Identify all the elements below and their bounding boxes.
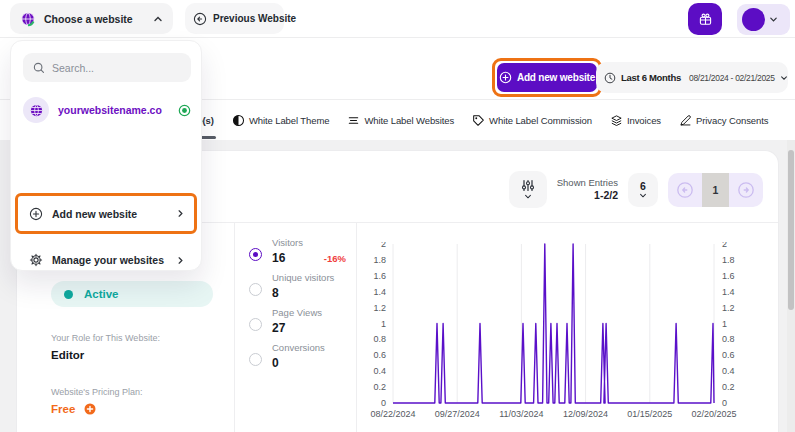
pen-icon bbox=[679, 114, 692, 127]
svg-text:1.4: 1.4 bbox=[722, 287, 735, 297]
metric-value: 8 bbox=[272, 286, 334, 300]
filter-button[interactable] bbox=[509, 171, 547, 208]
svg-text:1.4: 1.4 bbox=[373, 287, 386, 297]
svg-text:11/03/2024: 11/03/2024 bbox=[499, 409, 543, 419]
manage-label: Manage your websites bbox=[52, 254, 167, 266]
prev-page-button[interactable] bbox=[668, 173, 702, 207]
website-list-item[interactable]: yourwebsitename.co bbox=[23, 92, 191, 128]
metric-conversions[interactable]: Conversions 0 bbox=[249, 342, 348, 370]
radio-icon[interactable] bbox=[249, 283, 262, 296]
chevron-right-icon bbox=[176, 256, 185, 265]
tab-white-label-theme[interactable]: White Label Theme bbox=[232, 114, 330, 127]
svg-text:1.8: 1.8 bbox=[722, 255, 735, 265]
vertical-scrollbar[interactable] bbox=[787, 140, 795, 432]
next-page-button[interactable] bbox=[729, 173, 763, 207]
date-range-value: 08/21/2024 - 02/21/2025 bbox=[689, 73, 775, 83]
chevron-down-icon bbox=[639, 193, 647, 199]
tab-white-label-websites[interactable]: White Label Websites bbox=[347, 114, 454, 127]
svg-text:08/22/2024: 08/22/2024 bbox=[370, 409, 415, 419]
radio-icon[interactable] bbox=[249, 353, 262, 366]
svg-text:0: 0 bbox=[381, 398, 386, 408]
svg-text:0.4: 0.4 bbox=[373, 366, 386, 376]
list-icon bbox=[347, 114, 360, 127]
metric-page-views[interactable]: Page Views 27 bbox=[249, 307, 348, 335]
visitors-chart-panel: 08/22/202409/27/202411/03/202412/09/2024… bbox=[357, 223, 778, 432]
site-name: yourwebsitename.co bbox=[58, 104, 169, 116]
gift-button[interactable] bbox=[688, 3, 722, 35]
dropdown-add-new-website[interactable]: Add new website bbox=[15, 193, 197, 234]
tab-label: Privacy Consents bbox=[696, 115, 768, 126]
user-menu[interactable] bbox=[737, 4, 790, 35]
chevron-down-icon bbox=[524, 194, 532, 200]
status-badge: Active bbox=[51, 281, 213, 307]
tab-invoices[interactable]: Invoices bbox=[610, 114, 661, 127]
list-controls: Shown Entries 1-2/2 6 1 bbox=[509, 171, 763, 208]
svg-text:12/09/2024: 12/09/2024 bbox=[563, 409, 608, 419]
chevron-down-icon bbox=[769, 15, 778, 24]
metric-label: Page Views bbox=[272, 307, 322, 318]
search-icon bbox=[33, 62, 45, 74]
status-dot-icon bbox=[64, 290, 73, 299]
add-new-label: Add new website bbox=[52, 208, 167, 220]
metric-value: 27 bbox=[272, 321, 322, 335]
svg-text:0.6: 0.6 bbox=[373, 350, 386, 360]
metric-label: Visitors bbox=[272, 237, 303, 248]
search-input[interactable] bbox=[52, 62, 172, 74]
previous-website-button[interactable]: Previous Website bbox=[185, 3, 284, 34]
svg-text:1.2: 1.2 bbox=[722, 303, 735, 313]
page-number[interactable]: 1 bbox=[702, 173, 729, 207]
page-size-value: 6 bbox=[640, 180, 646, 192]
chevron-down-icon bbox=[780, 74, 788, 82]
date-range-picker[interactable]: Last 6 Months 08/21/2024 - 02/21/2025 bbox=[596, 62, 788, 93]
pagination: 1 bbox=[668, 173, 763, 207]
choose-website-button[interactable]: Choose a website bbox=[10, 3, 173, 34]
previous-website-label: Previous Website bbox=[213, 13, 296, 24]
scrollbar-thumb[interactable] bbox=[788, 150, 794, 310]
svg-text:09/27/2024: 09/27/2024 bbox=[435, 409, 480, 419]
avatar bbox=[742, 8, 765, 31]
radio-icon[interactable] bbox=[249, 318, 262, 331]
svg-text:2: 2 bbox=[381, 242, 386, 249]
site-globe-icon bbox=[23, 97, 49, 123]
svg-text:01/15/2025: 01/15/2025 bbox=[627, 409, 672, 419]
metric-label: Unique visitors bbox=[272, 272, 334, 283]
metric-value: 16 bbox=[272, 251, 303, 265]
period-label: Last 6 Months bbox=[621, 72, 681, 83]
gift-icon bbox=[698, 12, 713, 27]
tab-label: White Label Theme bbox=[249, 115, 330, 126]
svg-text:1: 1 bbox=[381, 319, 386, 329]
metric-label: Conversions bbox=[272, 342, 325, 353]
arrow-left-circle-icon bbox=[193, 12, 207, 26]
website-search[interactable] bbox=[23, 53, 191, 82]
metric-unique-visitors[interactable]: Unique visitors 8 bbox=[249, 272, 348, 300]
add-new-website-label: Add new website bbox=[517, 72, 595, 83]
dropdown-manage-websites[interactable]: Manage your websites bbox=[15, 240, 197, 280]
plan-value: Free bbox=[51, 403, 75, 415]
svg-text:1.6: 1.6 bbox=[373, 271, 386, 281]
add-new-website-highlight: Add new website bbox=[492, 58, 602, 97]
svg-text:1.2: 1.2 bbox=[373, 303, 386, 313]
role-label: Your Role for This Website: bbox=[51, 333, 234, 343]
svg-text:0.4: 0.4 bbox=[722, 366, 735, 376]
status-label: Active bbox=[84, 288, 119, 300]
radio-icon[interactable] bbox=[249, 248, 262, 261]
tab-label: White Label Commission bbox=[489, 115, 592, 126]
metric-delta: -16% bbox=[324, 253, 346, 264]
chevron-right-icon bbox=[176, 209, 185, 218]
metric-visitors[interactable]: Visitors 16 -16% bbox=[249, 237, 348, 265]
sliders-icon bbox=[521, 179, 535, 192]
tab-label: Invoices bbox=[627, 115, 661, 126]
upgrade-plus-icon[interactable] bbox=[84, 403, 96, 415]
svg-text:0.6: 0.6 bbox=[722, 350, 735, 360]
tab-privacy-consents[interactable]: Privacy Consents bbox=[679, 114, 768, 127]
layers-icon bbox=[610, 114, 623, 127]
top-bar: Choose a website Previous Website bbox=[0, 0, 795, 38]
shown-entries-value: 1-2/2 bbox=[557, 189, 618, 202]
choose-website-dropdown: yourwebsitename.co Add new website Manag… bbox=[10, 40, 202, 271]
svg-text:2: 2 bbox=[722, 242, 727, 249]
plan-label: Website's Pricing Plan: bbox=[51, 387, 234, 397]
tab-white-label-commission[interactable]: White Label Commission bbox=[472, 114, 592, 127]
shown-entries-label: Shown Entries bbox=[557, 177, 618, 189]
add-new-website-button[interactable]: Add new website bbox=[497, 63, 597, 92]
page-size-select[interactable]: 6 bbox=[628, 173, 658, 207]
